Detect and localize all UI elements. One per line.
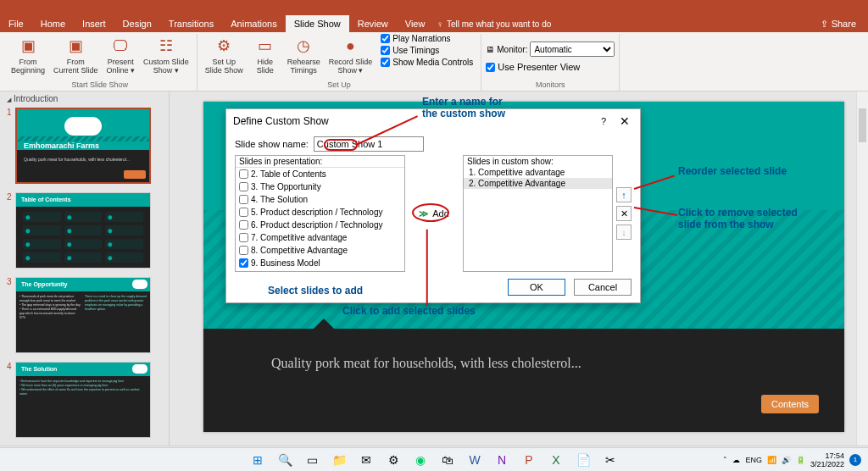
dialog-close-button[interactable]: ✕ xyxy=(616,114,633,128)
presentation-list-item[interactable]: 5. Product description / Technology xyxy=(236,206,404,219)
task-view-icon[interactable]: ▭ xyxy=(304,452,320,468)
slide-thumb-3[interactable]: The Opportunity• Thousands of pork meat … xyxy=(15,277,151,353)
presenter-view-check[interactable]: Use Presenter View xyxy=(486,62,580,72)
presentation-slides-list[interactable]: Slides in presentation: 2. Table of Cont… xyxy=(235,155,405,272)
setup-icon: ⚙ xyxy=(214,36,234,56)
dialog-help-button[interactable]: ? xyxy=(601,116,606,126)
add-arrow-icon: ≫ xyxy=(419,208,429,219)
setup-show-button[interactable]: ⚙Set Up Slide Show xyxy=(202,34,247,76)
word-icon[interactable]: W xyxy=(467,452,482,468)
slide-subtitle: Quality pork meat for households, with l… xyxy=(271,356,581,371)
volume-icon[interactable]: 🔊 xyxy=(782,456,791,464)
presentation-list-item[interactable]: 3. The Opportunity xyxy=(236,180,404,193)
present-online-icon: 🖵 xyxy=(110,36,131,56)
menu-design[interactable]: Design xyxy=(114,15,160,32)
presentation-list-item[interactable]: 6. Product description / Technology xyxy=(236,219,404,231)
custom-list-item[interactable]: 1. Competitive advantage xyxy=(464,167,612,178)
present-online-button[interactable]: 🖵Present Online ▾ xyxy=(103,34,139,76)
presentation-list-item[interactable]: 2. Table of Contents xyxy=(236,168,404,180)
play-from-start-icon: ▣ xyxy=(18,36,38,56)
edge-icon[interactable]: ◉ xyxy=(413,452,428,468)
language-tray-icon[interactable]: ENG xyxy=(745,456,762,464)
ribbon-group-start: Start Slide Show xyxy=(8,80,192,91)
slide-show-name-input[interactable] xyxy=(314,136,424,152)
explorer-icon[interactable]: 📁 xyxy=(331,452,347,468)
contents-button[interactable]: Contents xyxy=(761,395,819,413)
hide-slide-button[interactable]: ▭Hide Slide xyxy=(248,34,282,76)
onenote-icon[interactable]: N xyxy=(494,452,509,468)
record-icon: ● xyxy=(340,36,360,56)
snip-icon[interactable]: ✂ xyxy=(603,452,618,468)
menu-insert[interactable]: Insert xyxy=(74,15,114,32)
menu-slideshow[interactable]: Slide Show xyxy=(286,15,349,32)
dialog-title: Define Custom Show xyxy=(233,115,601,127)
hide-icon: ▭ xyxy=(255,36,275,56)
menu-animations[interactable]: Animations xyxy=(222,15,285,32)
move-up-button[interactable]: ↑ xyxy=(616,187,632,202)
ribbon-group-monitors: Monitors xyxy=(486,80,615,91)
share-button[interactable]: ⇪Share xyxy=(809,15,868,32)
define-custom-show-dialog: Define Custom Show ? ✕ Slide show name: … xyxy=(225,108,641,303)
slide-thumb-4[interactable]: The Solution• Emhomarachi have the requi… xyxy=(15,362,151,438)
custom-show-icon: ☷ xyxy=(156,36,176,56)
menubar: File Home Insert Design Transitions Anim… xyxy=(0,15,868,32)
lightbulb-icon: ♀ xyxy=(437,19,443,29)
show-media-check[interactable]: Show Media Controls xyxy=(381,58,473,67)
store-icon[interactable]: 🛍 xyxy=(440,452,455,468)
search-icon[interactable]: 🔍 xyxy=(277,452,292,468)
ribbon: ▣From Beginning ▣From Current Slide 🖵Pre… xyxy=(0,32,868,91)
section-header[interactable]: Introduction xyxy=(0,91,169,106)
mail-icon[interactable]: ✉ xyxy=(359,452,374,468)
ribbon-group-setup: Set Up xyxy=(202,80,477,91)
share-icon: ⇪ xyxy=(821,19,828,30)
rehearse-button[interactable]: ◷Rehearse Timings xyxy=(284,34,324,76)
system-tray[interactable]: ˄ ☁ ENG 📶 🔊 🔋 17:543/21/2022 1 xyxy=(723,452,861,468)
excel-icon[interactable]: X xyxy=(548,452,564,468)
settings-icon[interactable]: ⚙ xyxy=(386,452,401,468)
play-from-current-icon: ▣ xyxy=(65,36,86,56)
presentation-list-item[interactable]: 10. Current Status xyxy=(236,269,404,271)
taskbar: ⊞ 🔍 ▭ 📁 ✉ ⚙ ◉ 🛍 W N P X 📄 ✂ ˄ ☁ ENG 📶 🔊 … xyxy=(0,447,868,471)
add-button[interactable]: ≫Add xyxy=(414,207,454,221)
presentation-list-item[interactable]: 7. Competitive advantage xyxy=(236,231,404,244)
tray-chevron-icon[interactable]: ˄ xyxy=(723,456,727,464)
custom-list-item[interactable]: 2. Competitive Advantage xyxy=(464,178,612,189)
tell-me-search[interactable]: ♀Tell me what you want to do xyxy=(437,15,551,32)
powerpoint-icon[interactable]: P xyxy=(521,452,537,468)
ok-button[interactable]: OK xyxy=(508,279,565,296)
from-current-button[interactable]: ▣From Current Slide xyxy=(50,34,102,76)
remove-button[interactable]: ✕ xyxy=(616,206,632,221)
slide-thumb-1[interactable]: Emhomarachi FarmsQuality pork meat for h… xyxy=(15,108,151,184)
start-button[interactable]: ⊞ xyxy=(250,452,265,468)
onedrive-icon[interactable]: ☁ xyxy=(732,456,740,464)
presentation-list-item[interactable]: 8. Competitive Advantage xyxy=(236,244,404,257)
monitor-icon: 🖥 xyxy=(486,45,494,54)
rehearse-icon: ◷ xyxy=(293,36,314,56)
notification-icon[interactable]: 1 xyxy=(849,454,861,466)
slide-show-name-label: Slide show name: xyxy=(235,139,309,149)
from-beginning-button[interactable]: ▣From Beginning xyxy=(8,34,48,76)
menu-transitions[interactable]: Transitions xyxy=(160,15,222,32)
record-button[interactable]: ●Record Slide Show ▾ xyxy=(326,34,376,76)
menu-view[interactable]: View xyxy=(397,15,434,32)
menu-home[interactable]: Home xyxy=(32,15,74,32)
custom-show-list[interactable]: Slides in custom show: 1. Competitive ad… xyxy=(463,155,613,272)
play-narrations-check[interactable]: Play Narrations xyxy=(381,34,473,43)
canvas-scrollbar[interactable] xyxy=(856,91,868,446)
menu-file[interactable]: File xyxy=(0,15,32,32)
battery-icon[interactable]: 🔋 xyxy=(796,456,805,464)
slide-thumb-2[interactable]: Table of Contents xyxy=(15,192,151,269)
presentation-list-item[interactable]: 4. The Solution xyxy=(236,193,404,206)
cancel-button[interactable]: Cancel xyxy=(574,279,632,296)
notepad-icon[interactable]: 📄 xyxy=(576,452,591,468)
wifi-icon[interactable]: 📶 xyxy=(767,456,776,464)
custom-show-button[interactable]: ☷Custom Slide Show ▾ xyxy=(140,34,192,76)
slide-panel: Introduction 1Emhomarachi FarmsQuality p… xyxy=(0,91,170,446)
presentation-list-item[interactable]: 9. Business Model xyxy=(236,257,404,269)
monitor-select[interactable]: Automatic xyxy=(530,42,615,57)
move-down-button[interactable]: ↓ xyxy=(616,224,632,240)
menu-review[interactable]: Review xyxy=(349,15,397,32)
use-timings-check[interactable]: Use Timings xyxy=(381,46,473,55)
